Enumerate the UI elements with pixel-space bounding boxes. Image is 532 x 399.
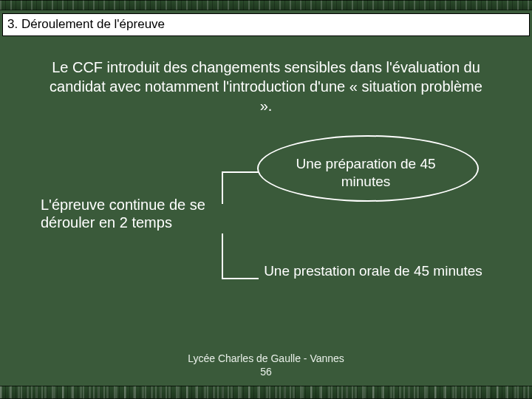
connector-line: [222, 278, 259, 279]
branch-root: L'épreuve continue de se dérouler en 2 t…: [41, 196, 233, 231]
footer: Lycée Charles de Gaulle - Vannes 56: [0, 352, 532, 378]
intro-text: Le CCF introduit des changements sensibl…: [50, 59, 482, 114]
footer-line-2: 56: [0, 365, 532, 378]
branch-item-preparation-text: Une préparation de 45 minutes: [296, 156, 435, 189]
intro-paragraph: Le CCF introduit des changements sensibl…: [44, 58, 488, 115]
decorative-strip-bottom: [0, 386, 532, 399]
section-title-text: 3. Déroulement de l'épreuve: [7, 17, 165, 31]
footer-line-1: Lycée Charles de Gaulle - Vannes: [0, 352, 532, 365]
branch-item-oral: Une prestation orale de 45 minutes: [262, 262, 484, 280]
connector-line: [222, 233, 223, 278]
branch-item-oral-text: Une prestation orale de 45 minutes: [264, 263, 482, 279]
connector-line: [222, 171, 259, 173]
decorative-strip-top: [0, 0, 532, 10]
branch-root-text: L'épreuve continue de se dérouler en 2 t…: [41, 197, 205, 231]
branch-item-preparation: Une préparation de 45 minutes: [281, 155, 451, 191]
section-title: 3. Déroulement de l'épreuve: [2, 13, 530, 36]
